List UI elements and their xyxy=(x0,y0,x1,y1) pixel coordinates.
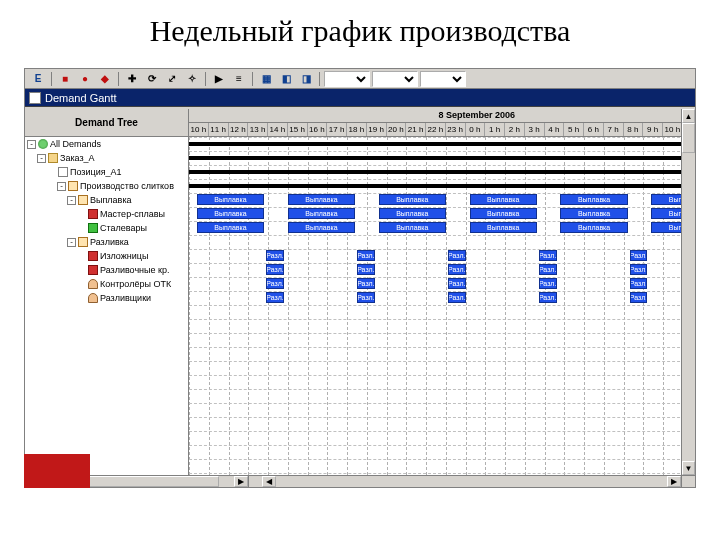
vertical-scrollbar[interactable]: ▲ ▼ xyxy=(681,109,695,475)
hour-cell: 21 h xyxy=(406,123,426,136)
toolbar-button-b10[interactable]: ≡ xyxy=(230,71,248,87)
hscroll-track-2[interactable] xyxy=(276,476,667,487)
task-bar[interactable]: Выплавка xyxy=(560,194,627,205)
tree-label: Выплавка xyxy=(90,195,132,205)
task-bar[interactable]: Разл. xyxy=(539,264,557,275)
task-bar[interactable]: Разл. xyxy=(357,278,375,289)
gantt-row: ВыплавкаВыплавкаВыплавкаВыплавкаВыплавка… xyxy=(189,221,695,235)
summary-bar[interactable] xyxy=(189,184,683,188)
toolbar-button-b8[interactable]: ✧ xyxy=(183,71,201,87)
scroll-left-button-2[interactable]: ◀ xyxy=(262,476,276,487)
task-bar[interactable]: Выплавка xyxy=(560,222,627,233)
task-bar[interactable]: Выплавка xyxy=(197,208,264,219)
tree-row[interactable]: -Разливка xyxy=(25,235,188,249)
task-bar[interactable]: Выплавка xyxy=(470,222,537,233)
toolbar-button-b7[interactable]: ⤢ xyxy=(163,71,181,87)
task-bar[interactable]: Выплавка xyxy=(288,222,355,233)
toolbar-button-b12[interactable]: ◧ xyxy=(277,71,295,87)
tree-row[interactable]: Позиция_А1 xyxy=(25,165,188,179)
scroll-right-button[interactable]: ▶ xyxy=(234,476,248,487)
gantt-row: ВыплавкаВыплавкаВыплавкаВыплавкаВыплавка… xyxy=(189,207,695,221)
toolbar-button-b6[interactable]: ⟳ xyxy=(143,71,161,87)
task-bar[interactable]: Выплавка xyxy=(197,222,264,233)
tree-label: Контролёры ОТК xyxy=(100,279,171,289)
panel-titlebar: Demand Gantt xyxy=(25,89,695,107)
horizontal-scrollbar[interactable]: ◀ ▶ ◀ ▶ xyxy=(25,475,681,487)
toolbar: E■●◆✚⟳⤢✧▶≡▦◧◨ xyxy=(25,69,695,89)
scroll-corner xyxy=(681,475,695,487)
task-bar[interactable]: Разл. xyxy=(630,264,648,275)
hour-cell: 5 h xyxy=(564,123,584,136)
task-bar[interactable]: Разл. xyxy=(266,250,284,261)
task-bar[interactable]: Выплавка xyxy=(288,194,355,205)
summary-bar[interactable] xyxy=(189,156,683,160)
tree-icon xyxy=(88,223,98,233)
tree-expander[interactable]: - xyxy=(67,238,76,247)
toolbar-button-b9[interactable]: ▶ xyxy=(210,71,228,87)
hour-cell: 15 h xyxy=(288,123,308,136)
vscroll-thumb[interactable] xyxy=(682,123,695,153)
tree-expander[interactable]: - xyxy=(27,140,36,149)
tree-row[interactable]: Изложницы xyxy=(25,249,188,263)
tree-row[interactable]: -Заказ_А xyxy=(25,151,188,165)
task-bar[interactable]: Разл. xyxy=(266,278,284,289)
scroll-down-button[interactable]: ▼ xyxy=(682,461,695,475)
tree-expander[interactable]: - xyxy=(57,182,66,191)
gantt-main: Demand Tree -All Demands-Заказ_АПозиция_… xyxy=(25,109,695,475)
task-bar[interactable]: Разл. xyxy=(630,278,648,289)
task-bar[interactable]: Выплавка xyxy=(379,222,446,233)
tree-icon xyxy=(88,279,98,289)
tree-row[interactable]: Разливщики xyxy=(25,291,188,305)
scroll-up-button[interactable]: ▲ xyxy=(682,109,695,123)
task-bar[interactable]: Разл. xyxy=(448,292,466,303)
summary-bar[interactable] xyxy=(189,142,683,146)
tree-label: Заказ_А xyxy=(60,153,95,163)
toolbar-button-b3[interactable]: ● xyxy=(76,71,94,87)
tree-row[interactable]: Сталевары xyxy=(25,221,188,235)
toolbar-button-b1[interactable]: E xyxy=(29,71,47,87)
toolbar-button-b13[interactable]: ◨ xyxy=(297,71,315,87)
task-bar[interactable]: Выплавка xyxy=(470,208,537,219)
task-bar[interactable]: Разл. xyxy=(357,264,375,275)
task-bar[interactable]: Разл. xyxy=(539,292,557,303)
toolbar-button-b11[interactable]: ▦ xyxy=(257,71,275,87)
task-bar[interactable]: Выплавка xyxy=(379,194,446,205)
summary-bar[interactable] xyxy=(189,170,683,174)
hour-cell: 7 h xyxy=(604,123,624,136)
toolbar-button-b5[interactable]: ✚ xyxy=(123,71,141,87)
task-bar[interactable]: Разл. xyxy=(266,292,284,303)
task-bar[interactable]: Разл. xyxy=(266,264,284,275)
task-bar[interactable]: Разл. xyxy=(539,250,557,261)
tree-row[interactable]: -Выплавка xyxy=(25,193,188,207)
tree-row[interactable]: -All Demands xyxy=(25,137,188,151)
tree-row[interactable]: Разливочные кр. xyxy=(25,263,188,277)
toolbar-combo-c3[interactable] xyxy=(420,71,466,87)
tree-row[interactable]: Контролёры ОТК xyxy=(25,277,188,291)
tree-row[interactable]: Мастер-сплавы xyxy=(25,207,188,221)
scroll-right-button-2[interactable]: ▶ xyxy=(667,476,681,487)
toolbar-combo-c1[interactable] xyxy=(324,71,370,87)
toolbar-button-b4[interactable]: ◆ xyxy=(96,71,114,87)
tree-expander[interactable]: - xyxy=(37,154,46,163)
task-bar[interactable]: Разл. xyxy=(357,292,375,303)
task-bar[interactable]: Разл. xyxy=(448,250,466,261)
task-bar[interactable]: Выплавка xyxy=(470,194,537,205)
tree-label: Мастер-сплавы xyxy=(100,209,165,219)
gantt-row: Разл.Разл.Разл.Разл.Разл. xyxy=(189,277,695,291)
toolbar-combo-c2[interactable] xyxy=(372,71,418,87)
task-bar[interactable]: Разл. xyxy=(448,278,466,289)
task-bar[interactable]: Выплавка xyxy=(560,208,627,219)
chart-body[interactable]: ВыплавкаВыплавкаВыплавкаВыплавкаВыплавка… xyxy=(189,137,695,475)
task-bar[interactable]: Разл. xyxy=(630,250,648,261)
hour-cell: 14 h xyxy=(268,123,288,136)
task-bar[interactable]: Разл. xyxy=(630,292,648,303)
task-bar[interactable]: Разл. xyxy=(539,278,557,289)
task-bar[interactable]: Разл. xyxy=(357,250,375,261)
task-bar[interactable]: Разл. xyxy=(448,264,466,275)
task-bar[interactable]: Выплавка xyxy=(197,194,264,205)
tree-expander[interactable]: - xyxy=(67,196,76,205)
task-bar[interactable]: Выплавка xyxy=(379,208,446,219)
toolbar-button-b2[interactable]: ■ xyxy=(56,71,74,87)
task-bar[interactable]: Выплавка xyxy=(288,208,355,219)
tree-row[interactable]: -Производство слитков xyxy=(25,179,188,193)
